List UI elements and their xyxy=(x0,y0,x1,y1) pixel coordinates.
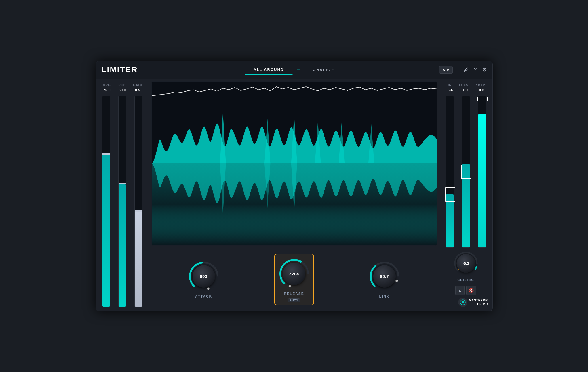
svg-point-4 xyxy=(207,287,210,290)
dr-meter-fill xyxy=(446,194,454,247)
link-value: 89.7 xyxy=(380,274,389,279)
attack-knob-inner: 693 xyxy=(193,265,215,288)
pch-handle[interactable] xyxy=(118,183,126,184)
meters-container xyxy=(99,96,145,307)
mute-button[interactable]: 🔇 xyxy=(466,286,476,295)
waveform-container xyxy=(151,81,437,246)
right-meters-header: DR LUFS dBTP xyxy=(443,83,489,87)
nrg-handle[interactable] xyxy=(102,153,110,155)
nav-all-around[interactable]: ALL AROUND xyxy=(245,65,292,75)
svg-point-10 xyxy=(395,279,398,282)
ceiling-knob-wrapper[interactable]: -0.3 xyxy=(453,250,479,276)
lufs-meter xyxy=(459,96,473,248)
pch-value: 60.0 xyxy=(116,88,128,92)
hamburger-icon: ≡ xyxy=(297,67,300,73)
dbtp-meter-fill xyxy=(478,114,486,247)
header-divider xyxy=(458,65,458,74)
logo-icon xyxy=(458,298,467,307)
svg-point-15 xyxy=(462,301,464,303)
nrg-meter-fill xyxy=(102,155,110,306)
logo-text: MASTERING THE MIX xyxy=(469,299,489,306)
dr-bracket xyxy=(445,187,455,202)
header: LIMITER ALL AROUND ≡ ANALYZE A|B 🖌 ? ⚙ xyxy=(96,61,492,79)
ceiling-value: -0.3 xyxy=(462,261,469,266)
logo-area: MASTERING THE MIX xyxy=(443,295,489,307)
attack-value: 693 xyxy=(200,274,208,279)
release-knob-wrapper[interactable]: 2204 xyxy=(278,258,310,290)
gain-meter-fill xyxy=(135,212,142,307)
mute-icon: 🔇 xyxy=(469,288,474,293)
release-label: RELEASE xyxy=(284,292,304,296)
nrg-label: NRG xyxy=(101,83,113,87)
waveform-svg xyxy=(152,82,437,245)
dr-label: DR xyxy=(446,83,452,87)
dbtp-value: -0.3 xyxy=(478,88,484,92)
dr-value: 6.4 xyxy=(448,88,453,92)
pch-meter xyxy=(115,96,129,307)
gain-handle[interactable] xyxy=(134,210,142,212)
dr-meter xyxy=(443,96,457,248)
dbtp-meter xyxy=(475,96,489,248)
dr-meter-bg xyxy=(446,96,454,248)
app-title: LIMITER xyxy=(102,65,138,74)
right-panel: DR LUFS dBTP 6.4 -6.7 -0.3 xyxy=(439,79,492,311)
pch-label: PCH xyxy=(116,83,128,87)
nrg-meter-bg xyxy=(102,96,110,307)
brand-logo-svg xyxy=(460,299,466,305)
attack-knob-wrapper[interactable]: 693 xyxy=(188,260,220,292)
release-value: 2204 xyxy=(289,271,299,276)
gain-meter-bg xyxy=(134,96,142,307)
brush-icon-button[interactable]: 🖌 xyxy=(463,67,469,73)
meter-values-row: 75.0 60.0 8.5 xyxy=(99,88,145,92)
attack-label: ATTACK xyxy=(195,294,212,299)
dbtp-meter-bg xyxy=(478,96,486,248)
lufs-meter-bg xyxy=(462,96,470,248)
gain-value: 8.5 xyxy=(132,88,143,92)
gain-meter xyxy=(132,96,145,307)
settings-icon-button[interactable]: ⚙ xyxy=(482,67,487,73)
pch-meter-fill xyxy=(119,184,126,307)
controls-section: 693 ATTACK 2204 xyxy=(149,248,439,311)
right-meters-container xyxy=(443,96,489,248)
release-knob-inner: 2204 xyxy=(283,263,305,285)
main-content: NRG PCH GAIN 75.0 60.0 8.5 xyxy=(96,79,492,311)
link-group: 89.7 LINK xyxy=(369,260,400,299)
lufs-label: LUFS xyxy=(459,83,469,87)
header-right: A|B 🖌 ? ⚙ xyxy=(439,65,486,74)
lufs-value: -6.7 xyxy=(462,88,468,92)
bottom-buttons: ▲ 🔇 xyxy=(455,286,476,295)
release-auto-badge: AUTO xyxy=(288,298,300,302)
pch-meter-bg xyxy=(118,96,126,307)
left-panel: NRG PCH GAIN 75.0 60.0 8.5 xyxy=(96,79,149,311)
link-knob-inner: 89.7 xyxy=(373,265,396,288)
tune-button[interactable]: ▲ xyxy=(455,286,465,295)
help-icon-button[interactable]: ? xyxy=(474,67,477,73)
dbtp-label: dBTP xyxy=(476,83,485,87)
center-panel: 693 ATTACK 2204 xyxy=(149,79,439,311)
dbtp-top-bracket xyxy=(477,97,488,101)
svg-point-7 xyxy=(288,284,291,287)
header-nav: ALL AROUND ≡ ANALYZE xyxy=(245,65,343,75)
nrg-meter xyxy=(99,96,113,307)
nrg-value: 75.0 xyxy=(101,88,113,92)
link-label: LINK xyxy=(379,294,390,299)
ceiling-knob-inner: -0.3 xyxy=(456,254,475,273)
ab-button[interactable]: A|B xyxy=(439,66,453,74)
ceiling-label: CEILING xyxy=(457,278,474,282)
release-highlight-box: 2204 RELEASE AUTO xyxy=(274,254,314,305)
lufs-bracket xyxy=(461,165,471,179)
ceiling-section: -0.3 CEILING ▲ 🔇 xyxy=(443,250,489,295)
attack-group: 693 ATTACK xyxy=(188,260,220,299)
app-container: LIMITER ALL AROUND ≡ ANALYZE A|B 🖌 ? ⚙ N… xyxy=(96,61,493,311)
right-meter-values-row: 6.4 -6.7 -0.3 xyxy=(443,88,489,92)
gain-label: GAIN xyxy=(132,83,143,87)
nav-analyze[interactable]: ANALYZE xyxy=(305,65,343,74)
link-knob-wrapper[interactable]: 89.7 xyxy=(369,260,400,292)
meters-header: NRG PCH GAIN xyxy=(99,83,145,87)
